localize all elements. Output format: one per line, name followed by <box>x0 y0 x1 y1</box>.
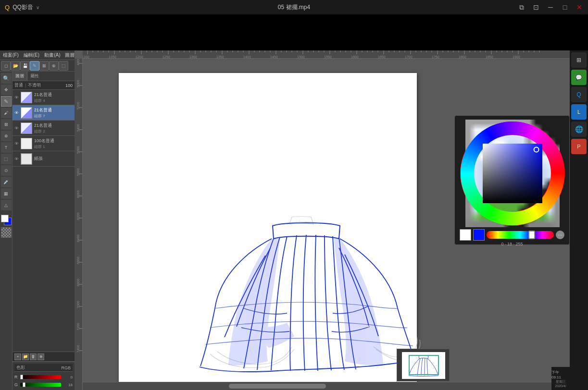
line-icon[interactable]: L <box>571 104 587 120</box>
layer-item[interactable]: 👁 21名普通 組群 4 <box>13 90 75 105</box>
r-slider-handle[interactable] <box>20 375 23 379</box>
picker-white-swatch[interactable] <box>460 229 471 241</box>
picker-blue-swatch[interactable] <box>473 229 485 241</box>
title-bar-right: ⧉ ⊡ ─ □ ✕ <box>518 3 583 11</box>
h-scrollbar-thumb[interactable] <box>229 384 326 389</box>
text-tool[interactable]: T <box>1 142 12 153</box>
color-wheel-container[interactable] <box>459 120 566 227</box>
layer-info: 紙張 <box>34 156 73 162</box>
app-dropdown-arrow[interactable]: ∨ <box>36 5 39 10</box>
move-tool[interactable]: ✥ <box>1 85 12 95</box>
hue-slider[interactable] <box>487 231 554 239</box>
video-area <box>0 14 588 50</box>
fill-tool[interactable]: ⊕ <box>1 131 12 141</box>
app-logo: Q <box>5 4 10 11</box>
wechat-icon[interactable]: 💬 <box>571 70 587 85</box>
minimize-button[interactable]: ─ <box>547 3 554 11</box>
maximize-button[interactable]: □ <box>561 3 569 11</box>
layer-thumbnail <box>21 138 32 149</box>
brush-tool[interactable]: 🖌 <box>1 108 12 118</box>
layer-info: 21名普通 組群 7 <box>34 107 73 119</box>
menu-file[interactable]: 檔案(F) <box>1 52 21 59</box>
r-label: R <box>14 375 19 379</box>
layer-name: 紙張 <box>34 156 73 162</box>
color-options-btn[interactable]: ⋯ <box>556 231 564 239</box>
pen-tool[interactable]: ✎ <box>1 96 12 107</box>
main-toolbar: ◻ 📂 💾 ✎ ⊠ ⊕ ⬚ <box>0 60 75 72</box>
blend-mode-label: 普通 <box>14 82 23 88</box>
title-bar-center: 05 裙擺.mp4 <box>278 3 310 12</box>
menu-edit[interactable]: 編輯(E) <box>22 52 41 59</box>
new-layer-btn[interactable]: + <box>14 353 21 360</box>
main-area: 檔案(F) 編輯(E) 動畫(A) 圖層(L) 選擇(S) 檢視(V) 濾鏡 視… <box>0 50 588 390</box>
transparent-swatch[interactable] <box>1 227 12 238</box>
new-folder-btn[interactable]: 📁 <box>22 353 29 360</box>
thumbnail-canvas <box>402 352 445 379</box>
close-button[interactable]: ✕ <box>575 3 583 11</box>
layer-name: 100名普通 <box>34 138 73 144</box>
layer-subname: 組群 1 <box>34 144 73 149</box>
restore-button[interactable]: ⊡ <box>532 3 540 11</box>
layer-item[interactable]: 👁 紙張 <box>13 151 75 167</box>
new-button[interactable]: ◻ <box>1 61 11 71</box>
layers-tab[interactable]: 圖層 <box>13 72 27 81</box>
ppt-icon[interactable]: P <box>571 139 587 154</box>
gradient-tool[interactable]: ▦ <box>1 188 12 199</box>
h-scrollbar[interactable] <box>83 382 570 390</box>
select-rect-tool[interactable]: ⬚ <box>1 154 12 164</box>
eyedropper-tool[interactable]: 💉 <box>1 177 12 187</box>
layer-list: 👁 21名普通 組群 4 👁 21名普通 組群 7 <box>13 90 75 352</box>
layer-info: 21名普通 組群 2 <box>34 122 73 134</box>
menu-bar: 檔案(F) 編輯(E) 動畫(A) 圖層(L) 選擇(S) 檢視(V) 濾鏡 視… <box>0 50 75 60</box>
bg-color-swatch[interactable] <box>1 215 9 222</box>
canvas-paper <box>119 73 417 382</box>
eraser-tool[interactable]: ⊠ <box>1 119 12 130</box>
layer-thumbnail <box>21 107 32 119</box>
layer-item[interactable]: 👁 100名普通 組群 1 <box>13 136 75 151</box>
file-title: 05 裙擺.mp4 <box>278 4 310 11</box>
zoom-tool[interactable]: 🔍 <box>1 73 12 84</box>
g-slider[interactable] <box>20 383 61 387</box>
color-rgb-values: 0 · 18 · 255 <box>501 242 523 246</box>
year-display: 2020/4/ <box>555 384 566 388</box>
layer-subname: 組群 4 <box>34 98 73 103</box>
merge-layer-btn[interactable]: ⊕ <box>38 353 44 360</box>
delete-layer-btn[interactable]: 🗑 <box>30 353 37 360</box>
opacity-label: 不透明 <box>28 82 41 88</box>
color-wheel-canvas[interactable] <box>459 120 566 227</box>
thumbnail-preview <box>397 349 450 381</box>
pin-button[interactable]: ⧉ <box>518 3 525 11</box>
select-button[interactable]: ⬚ <box>59 61 68 71</box>
h-ruler-canvas <box>83 50 563 59</box>
layer-mode-row: 普通 | 不透明 100 <box>13 81 75 90</box>
layer-item[interactable]: 👁 21名普通 組群 2 <box>13 121 75 136</box>
layers-panel: 圖層 屬性 普通 | 不透明 100 👁 21名普通 組 <box>13 72 75 390</box>
select-lasso-tool[interactable]: ⊙ <box>1 165 12 176</box>
r-slider[interactable] <box>20 375 61 379</box>
tool-sidebar: 🔍 ✥ ✎ 🖌 ⊠ ⊕ T ⬚ ⊙ 💉 ▦ △ <box>0 72 13 390</box>
color-picker-controls: ⋯ <box>459 229 565 241</box>
properties-tab[interactable]: 屬性 <box>27 72 42 81</box>
layer-panel-footer: + 📁 🗑 ⊕ <box>13 352 75 361</box>
viewport-indicator <box>409 355 439 375</box>
g-slider-row: G 18 <box>14 381 73 388</box>
layer-name: 21名普通 <box>34 92 73 98</box>
layer-item[interactable]: 👁 21名普通 組群 7 <box>13 105 75 121</box>
windows-icon[interactable]: ⊞ <box>571 52 587 68</box>
save-button[interactable]: 💾 <box>20 61 30 71</box>
open-button[interactable]: 📂 <box>11 61 20 71</box>
shape-tool[interactable]: △ <box>1 200 12 210</box>
color-values-display: 0 · 18 · 255 <box>459 242 565 246</box>
qq-icon[interactable]: Q <box>571 87 587 102</box>
browser-icon[interactable]: 🌐 <box>571 122 587 137</box>
pen-button[interactable]: ✎ <box>30 61 39 71</box>
eraser-button[interactable]: ⊠ <box>39 61 49 71</box>
fill-button[interactable]: ⊕ <box>49 61 59 71</box>
r-value: 0 <box>62 375 73 379</box>
hue-slider-handle[interactable] <box>528 231 535 239</box>
date-display: 星期三 <box>556 379 566 384</box>
menu-animation[interactable]: 動畫(A) <box>42 52 62 59</box>
title-bar: Q QQ影音 ∨ 05 裙擺.mp4 ⧉ ⊡ ─ □ ✕ <box>0 0 588 14</box>
g-slider-handle[interactable] <box>23 382 25 387</box>
left-panel: 檔案(F) 編輯(E) 動畫(A) 圖層(L) 選擇(S) 檢視(V) 濾鏡 視… <box>0 50 75 390</box>
